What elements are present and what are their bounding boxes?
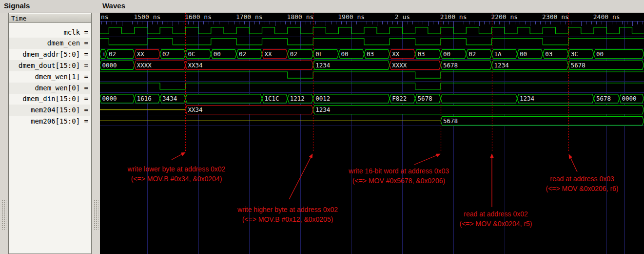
bus-value-label: 3434 xyxy=(162,95,177,102)
left-scroll-grip[interactable] xyxy=(1,199,6,230)
bus-value-label: XX xyxy=(137,50,145,58)
bus-value-label: F822 xyxy=(392,95,407,102)
bus-segment xyxy=(313,106,644,114)
panel-divider-strip[interactable] xyxy=(92,13,100,254)
bus-value-label: 0F xyxy=(315,50,323,58)
signal-row-label[interactable]: dmem_dout[15:0] = xyxy=(9,60,90,71)
bus-segment xyxy=(185,94,262,103)
waves-canvas[interactable]: ns1500 ns1600 ns1700 ns1800 ns1900 ns2 u… xyxy=(100,13,644,254)
timeline-tick-label: 1500 ns xyxy=(134,13,161,21)
signal-row-label[interactable]: dmem_addr[5:0] = xyxy=(9,49,90,60)
bus-value-label: 1234 xyxy=(315,106,330,113)
signal-row-label[interactable]: dmem_wen[0] = xyxy=(9,83,90,94)
annotation-arrow xyxy=(172,152,185,160)
timeline-unit-label: ns xyxy=(101,13,109,21)
signal-row-label[interactable]: dmem_din[15:0] = xyxy=(9,93,90,105)
signal-row-label[interactable]: mem206[15:0] = xyxy=(9,116,90,127)
bus-value-label: 1616 xyxy=(137,95,152,102)
annotation-line1: write 16-bit word at address 0x03 xyxy=(316,166,482,176)
annotation-line2: (<=> MOV &0x0204, r5) xyxy=(413,219,579,229)
waveform-viewer-window: { "window": { "signals_panel_title": "Si… xyxy=(0,0,644,254)
bus-value-label: 0000 xyxy=(102,62,117,69)
timeline-tick-label: 1600 ns xyxy=(185,13,212,21)
wave-row xyxy=(100,39,644,48)
timeline-tick-label: 2400 ns xyxy=(593,13,620,21)
bus-value-label: 02 xyxy=(162,50,170,58)
timeline-tick-label: 2200 ns xyxy=(491,13,518,21)
bus-value-label: 1234 xyxy=(520,95,534,102)
bus-segment xyxy=(441,116,644,125)
wave-row: +02XX020C0002XX020F0003XX0300021A00033C0… xyxy=(100,50,644,60)
annotation-line2: (<=> MOV.B #0x12, &0x0205) xyxy=(205,214,371,224)
bus-value-label: 0000 xyxy=(102,95,117,102)
wave-row: 0000XXXXXX341234XXXX567812345678 xyxy=(100,61,644,70)
bus-value-label: XXXX xyxy=(392,62,407,69)
bus-value-label: 1212 xyxy=(290,95,305,102)
wave-row: 5678 xyxy=(100,116,644,126)
left-scrollbar-strip[interactable] xyxy=(0,13,9,254)
bus-segment xyxy=(185,61,313,69)
bus-value-label: 1C1C xyxy=(265,95,279,102)
signal-row-label[interactable]: dmem_cen = xyxy=(9,38,90,49)
timeline-tick-label: 1800 ns xyxy=(287,13,314,21)
bus-value-label: 03 xyxy=(367,50,374,58)
wave-row xyxy=(100,72,644,81)
bus-value-label: 1234 xyxy=(494,62,509,69)
bus-value-label: 0012 xyxy=(315,95,330,102)
divider-scroll-grip[interactable] xyxy=(94,199,98,230)
time-column-header[interactable]: Time xyxy=(9,14,91,23)
bus-value-label: 1A xyxy=(494,50,502,58)
wave-row: XX341234 xyxy=(100,106,644,115)
annotation-line1: write lower byte at address 0x02 xyxy=(100,164,259,174)
bus-value-label: 0C xyxy=(188,50,195,58)
signal-row-label[interactable]: dmem_wen[1] = xyxy=(9,71,90,83)
annotation-line2: (<=> MOV.B #0x34, &0x0204) xyxy=(100,174,259,184)
bus-value-label: 1234 xyxy=(315,62,330,69)
signals-panel-title: Signals xyxy=(4,1,30,10)
bus-value-label: 00 xyxy=(341,50,349,58)
bus-value-label: 02 xyxy=(239,50,246,58)
timeline-tick-label: 1900 ns xyxy=(338,13,365,21)
annotation-arrow xyxy=(569,154,577,172)
wave-row xyxy=(100,27,644,37)
bus-value-label: 02 xyxy=(290,50,297,58)
bus-value-label: 00 xyxy=(214,50,221,58)
bus-value-label: 02 xyxy=(109,50,116,58)
annotation-line2: (<=> MOV #0x5678, &0x0206) xyxy=(316,176,482,186)
annotation-line1: write higher byte at address 0x02 xyxy=(205,205,371,214)
wave-row xyxy=(100,83,644,93)
annotation: write higher byte at address 0x02(<=> MO… xyxy=(205,205,371,224)
bus-segment xyxy=(185,106,313,114)
bus-value-label: 5678 xyxy=(596,95,611,102)
timeline-tick-label: 2100 ns xyxy=(440,13,467,21)
bus-value-label: XX xyxy=(392,50,400,58)
annotation-arrow xyxy=(414,154,440,165)
annotation-line2: (<=> MOV &0x0206, r6) xyxy=(499,184,644,193)
bus-value-label: 5678 xyxy=(571,62,585,69)
bus-value-label: 5678 xyxy=(443,62,458,69)
timeline-tick-label: 1700 ns xyxy=(236,13,263,21)
annotation: read at address 0x03(<=> MOV &0x0206, r6… xyxy=(499,174,644,193)
signal-row-label[interactable]: mclk = xyxy=(9,27,90,38)
bus-segment xyxy=(441,94,517,103)
annotation: read at address 0x02(<=> MOV &0x0204, r5… xyxy=(413,209,579,229)
signals-list: Time mclk =dmem_cen =dmem_addr[5:0] =dme… xyxy=(8,13,92,254)
bus-value-label: 5678 xyxy=(418,95,432,102)
wave-row: 0000161634341C1C12120012F822567812345678… xyxy=(100,94,644,104)
timeline-tick-label: 2 us xyxy=(395,13,410,21)
bus-value-label: XXXX xyxy=(137,62,152,69)
bus-value-label: 5678 xyxy=(443,117,458,125)
bus-value-label: 03 xyxy=(545,50,552,58)
bus-value-label: 00 xyxy=(443,50,450,58)
annotation: write 16-bit word at address 0x03(<=> MO… xyxy=(316,166,482,186)
annotation: write lower byte at address 0x02(<=> MOV… xyxy=(100,164,259,184)
bus-value-label: 00 xyxy=(520,50,527,58)
signal-row-label[interactable]: mem204[15:0] = xyxy=(9,105,90,116)
timeline-tick-label: 2300 ns xyxy=(542,13,569,21)
bus-value-label: 02 xyxy=(468,50,476,58)
annotation-line1: read at address 0x03 xyxy=(499,174,644,184)
bus-value-label: 3C xyxy=(571,50,578,58)
bus-value-label: XX34 xyxy=(188,106,202,113)
bus-value-label: 0000 xyxy=(622,95,636,102)
waves-panel-title: Waves xyxy=(102,1,125,10)
